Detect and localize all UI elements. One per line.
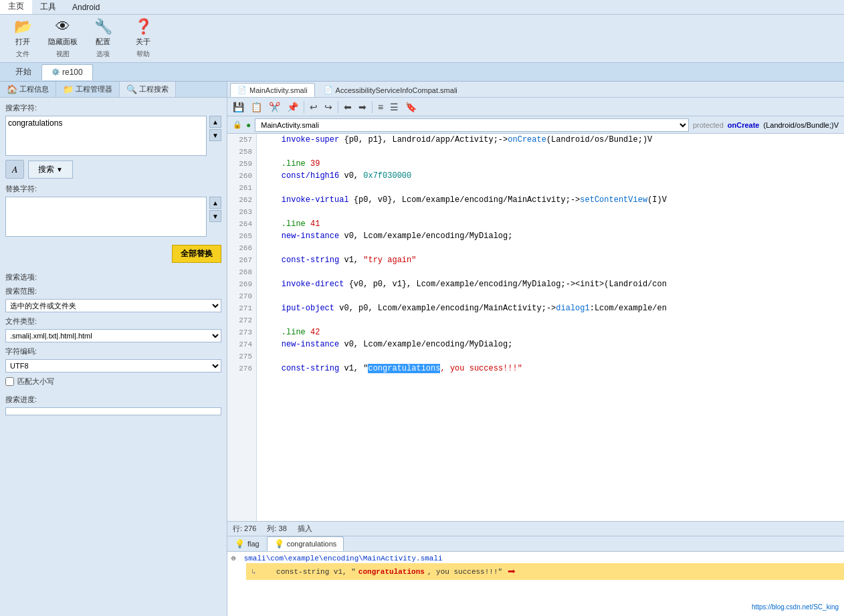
filetype-select-wrap: .smali|.xml|.txt|.html|.html: [5, 329, 221, 342]
results-tree: ⊖ smali\com\example\encoding\MainActivit…: [227, 552, 844, 581]
search-scroll-up[interactable]: ▲: [209, 116, 221, 128]
file-tab-main-activity[interactable]: 📄 MainActivity.smali: [230, 83, 315, 97]
status-row: 行: 276: [233, 524, 256, 534]
menu-tools[interactable]: 工具: [32, 0, 64, 14]
code-line-269: invoke-direct {v0, p0, v1}, Lcom/example…: [262, 278, 839, 290]
search-button[interactable]: 搜索 ▼: [28, 161, 73, 179]
editor-breadcrumb: 🔒 ● MainActivity.smali protected onCreat…: [227, 116, 844, 134]
search-scroll-down[interactable]: ▼: [209, 129, 221, 141]
project-manager-label: 工程管理器: [76, 84, 112, 94]
replace-all-button[interactable]: 全部替换: [172, 245, 221, 263]
left-tab-project-search[interactable]: 🔍 工程搜索: [120, 82, 176, 97]
results-match-row[interactable]: ↳ const-string v1, "congratulations, you…: [246, 563, 844, 580]
regex-button[interactable]: 𝐴: [5, 160, 24, 179]
hide-panel-button[interactable]: 👁 隐藏面板 视图: [45, 19, 80, 59]
code-line-272: [262, 314, 839, 326]
menu-home[interactable]: 主页: [0, 0, 32, 14]
left-panel: 🏠 工程信息 📁 工程管理器 🔍 工程搜索 搜索字符: congratulati…: [0, 82, 227, 616]
replace-scroll-btns: ▲ ▼: [209, 197, 221, 237]
scope-label: 搜索范围:: [5, 286, 221, 296]
about-label: 关于: [136, 37, 150, 47]
hide-panel-group: 视图: [56, 49, 70, 59]
code-line-263: [262, 206, 839, 218]
editor-indent-btn[interactable]: ☰: [387, 100, 401, 114]
encoding-label: 字符编码:: [5, 346, 221, 356]
editor-bookmark-btn[interactable]: 🔖: [403, 100, 419, 114]
progress-bar: [5, 407, 221, 415]
file-tab-accessibility[interactable]: 📄 AccessibilityServiceInfoCompat.smali: [316, 83, 465, 97]
filetype-label: 文件类型:: [5, 316, 221, 326]
ln-267: 267: [227, 254, 256, 266]
ln-273: 273: [227, 326, 256, 338]
editor-redo-btn[interactable]: ↪: [322, 100, 335, 114]
ln-257: 257: [227, 134, 256, 146]
progress-section: 搜索进度:: [0, 391, 227, 419]
file-tab-access-icon: 📄: [324, 86, 333, 94]
left-tab-project-manager[interactable]: 📁 工程管理器: [56, 82, 120, 97]
results-tree-root: ⊖ smali\com\example\encoding\MainActivit…: [230, 553, 841, 563]
progress-label: 搜索进度:: [5, 395, 221, 405]
results-tab-congratulations[interactable]: 💡 congratulations: [267, 536, 344, 551]
project-search-label: 工程搜索: [139, 84, 169, 94]
eye-icon: 👁: [52, 18, 74, 35]
tab-re100[interactable]: ⚙️ re100: [41, 64, 93, 80]
code-line-274: new-instance v0, Lcom/example/encoding/M…: [262, 338, 839, 350]
case-match-checkbox[interactable]: [5, 377, 14, 386]
editor-save-btn[interactable]: 💾: [230, 100, 247, 114]
filetype-select[interactable]: .smali|.xml|.txt|.html|.html: [5, 329, 221, 342]
toolbar: 📂 打开 文件 👁 隐藏面板 视图 🔧 配置 选项 ❓ 关于 帮助: [0, 15, 844, 63]
breadcrumb-green-dot: ●: [246, 120, 251, 130]
ln-259: 259: [227, 158, 256, 170]
search-options-row: 𝐴 搜索 ▼: [5, 160, 221, 179]
results-tab-flag[interactable]: 💡 flag: [227, 536, 267, 551]
menu-android[interactable]: Android: [64, 0, 108, 14]
code-line-259: .line 39: [262, 158, 839, 170]
ln-260: 260: [227, 170, 256, 182]
status-col: 列: 38: [267, 524, 286, 534]
open-group: 文件: [16, 49, 29, 59]
search-label: 搜索字符:: [5, 103, 221, 113]
highlighted-word: congratulations: [368, 364, 440, 373]
open-button[interactable]: 📂 打开 文件: [5, 19, 40, 59]
options-label: 搜索选项:: [5, 272, 221, 282]
file-tab-access-label: AccessibilityServiceInfoCompat.smali: [336, 86, 457, 94]
editor-paste-btn[interactable]: 📌: [284, 100, 301, 114]
editor-copy-btn[interactable]: 📋: [248, 100, 265, 114]
results-arrow-annotation: ➡: [508, 563, 516, 580]
ln-265: 265: [227, 230, 256, 242]
left-tab-project-info[interactable]: 🏠 工程信息: [0, 82, 56, 97]
top-menu-bar: 主页 工具 Android: [0, 0, 844, 15]
results-match-word: congratulations: [358, 568, 425, 576]
search-input[interactable]: congratulations: [5, 116, 207, 156]
breadcrumb-file-select[interactable]: MainActivity.smali: [255, 118, 689, 132]
about-button[interactable]: ❓ 关于 帮助: [126, 19, 161, 59]
encoding-select[interactable]: UTF8 GBK UTF-16: [5, 359, 221, 373]
search-scroll-btns: ▲ ▼: [209, 116, 221, 141]
expand-icon[interactable]: ⊖: [231, 554, 236, 562]
editor-cut-btn[interactable]: ✂️: [266, 100, 283, 114]
results-file-path: smali\com\example\encoding\MainActivity.…: [244, 554, 443, 562]
config-button[interactable]: 🔧 配置 选项: [86, 19, 120, 59]
search-input-wrap: congratulations ▲ ▼: [5, 116, 221, 156]
tab-start[interactable]: 开始: [5, 63, 41, 81]
toolbar-divider-3: [372, 101, 373, 113]
ln-263: 263: [227, 206, 256, 218]
ln-266: 266: [227, 242, 256, 254]
open-icon: 📂: [12, 18, 33, 35]
replace-scroll-up[interactable]: ▲: [209, 197, 221, 209]
editor-forward-btn[interactable]: ➡: [356, 100, 369, 114]
scope-select[interactable]: 选中的文件或文件夹 当前文件 全部文件: [5, 299, 221, 312]
file-tabs: 📄 MainActivity.smali 📄 AccessibilityServ…: [227, 82, 844, 98]
file-tab-main-label: MainActivity.smali: [249, 86, 308, 94]
code-editor[interactable]: 257 258 259 260 261 262 263 264 265 266 …: [227, 134, 844, 521]
about-group: 帮助: [136, 49, 150, 59]
editor-format-btn[interactable]: ≡: [375, 100, 386, 114]
replace-scroll-down[interactable]: ▼: [209, 210, 221, 222]
search-btn-arrow: ▼: [56, 166, 63, 173]
code-area[interactable]: invoke-super {p0, p1}, Landroid/app/Acti…: [257, 134, 844, 521]
results-match-arrow: ↳: [251, 567, 256, 576]
ln-271: 271: [227, 302, 256, 314]
editor-back-btn[interactable]: ⬅: [341, 100, 354, 114]
editor-undo-btn[interactable]: ↩: [307, 100, 320, 114]
replace-input[interactable]: [5, 197, 207, 237]
